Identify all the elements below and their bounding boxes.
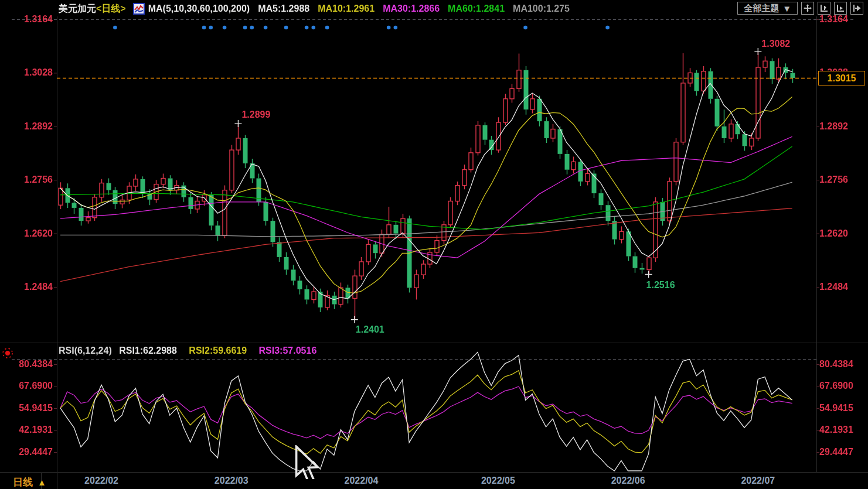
price-tick-label: 1.2620 [819, 228, 848, 239]
month-label: 2022/04 [335, 476, 387, 486]
move-cross-icon[interactable] [801, 2, 814, 15]
month-label: 2022/06 [602, 476, 655, 486]
price-tick-label: 1.3028 [11, 67, 53, 78]
price-tick-label: 1.2756 [11, 175, 53, 185]
rsi-tick-label: 29.4447 [819, 447, 853, 457]
month-label: 2022/05 [472, 476, 525, 486]
rsi-tick-label: 80.4384 [11, 359, 53, 370]
rsi-tick-label: 42.1931 [11, 425, 53, 435]
rsi-tick-label: 67.6900 [11, 381, 53, 391]
month-label: 2022/02 [75, 476, 128, 486]
rsi-settings-label: RSI(6,12,24) [59, 346, 112, 355]
rsi-tick-label: 54.9415 [819, 403, 853, 413]
ma100-value: MA100:1.275 [513, 4, 570, 14]
ma60-value: MA60:1.2841 [448, 4, 505, 14]
symbol-title: 美元加元 [59, 3, 96, 15]
theme-dropdown-label: 全部主题 [744, 3, 779, 14]
price-tick-label: 1.2620 [11, 228, 53, 239]
period-tag: <日线> [96, 3, 126, 15]
ma-settings-label: MA(5,10,30,60,100,200) [148, 4, 250, 14]
current-price-badge: 1.3015 [818, 71, 865, 86]
alert-dot-icon[interactable] [1, 347, 15, 361]
indicator-icon[interactable] [133, 3, 145, 15]
triangle-up-icon: ▲ [38, 477, 46, 487]
caret-down-icon: ▼ [782, 4, 791, 13]
month-label: 2022/03 [205, 476, 258, 486]
rsi2-value: RSI2:59.6619 [189, 346, 247, 355]
low-annotation-june: 1.2516 [646, 280, 675, 290]
price-tick-label: 1.2484 [11, 282, 53, 292]
theme-dropdown[interactable]: 全部主题 ▼ [737, 2, 798, 15]
rsi-tick-label: 80.4384 [819, 359, 853, 370]
low-annotation-april: 1.2401 [356, 324, 384, 335]
month-label: 2022/07 [731, 476, 784, 486]
price-tick-label: 1.3164 [819, 14, 848, 25]
period-selector[interactable]: 日线 ▲ [13, 476, 46, 489]
period-selector-label: 日线 [13, 476, 33, 489]
price-tick-label: 1.3164 [11, 14, 53, 25]
high-annotation-march: 1.2899 [241, 110, 270, 120]
chart-canvas[interactable] [0, 0, 868, 489]
rsi-tick-label: 29.4447 [11, 447, 53, 457]
ma10-value: MA10:1.2961 [318, 4, 375, 14]
rsi-tick-label: 54.9415 [11, 403, 53, 413]
rsi3-value: RSI3:57.0516 [259, 346, 317, 355]
datebar-divider2 [57, 473, 57, 489]
rsi-tick-label: 42.1931 [819, 425, 853, 435]
pane-export-icon[interactable] [850, 2, 863, 15]
price-tick-label: 1.2484 [819, 282, 848, 292]
axis-scale-left-icon[interactable] [818, 2, 830, 15]
rsi-header: RSI(6,12,24) RSI1:62.2988 RSI2:59.6619 R… [59, 346, 316, 356]
price-tick-label: 1.2756 [819, 175, 848, 185]
chart-header: 美元加元 <日线> MA(5,10,30,60,100,200) MA5:1.2… [59, 2, 578, 16]
rsi-tick-label: 67.6900 [819, 381, 853, 391]
rsi1-value: RSI1:62.2988 [119, 346, 177, 355]
ma5-value: MA5:1.2988 [258, 4, 309, 14]
date-axis-bar: 日线 ▲ 2022/022022/032022/042022/052022/06… [0, 472, 868, 489]
axis-scale-right-icon[interactable] [834, 2, 847, 15]
chart-toolbar: 全部主题 ▼ [737, 2, 863, 15]
price-tick-label: 1.2892 [819, 121, 848, 132]
chart-app: 美元加元 <日线> MA(5,10,30,60,100,200) MA5:1.2… [0, 0, 868, 489]
ma30-value: MA30:1.2866 [383, 4, 440, 14]
price-tick-label: 1.2892 [11, 121, 53, 132]
high-annotation-july: 1.3082 [761, 39, 790, 49]
